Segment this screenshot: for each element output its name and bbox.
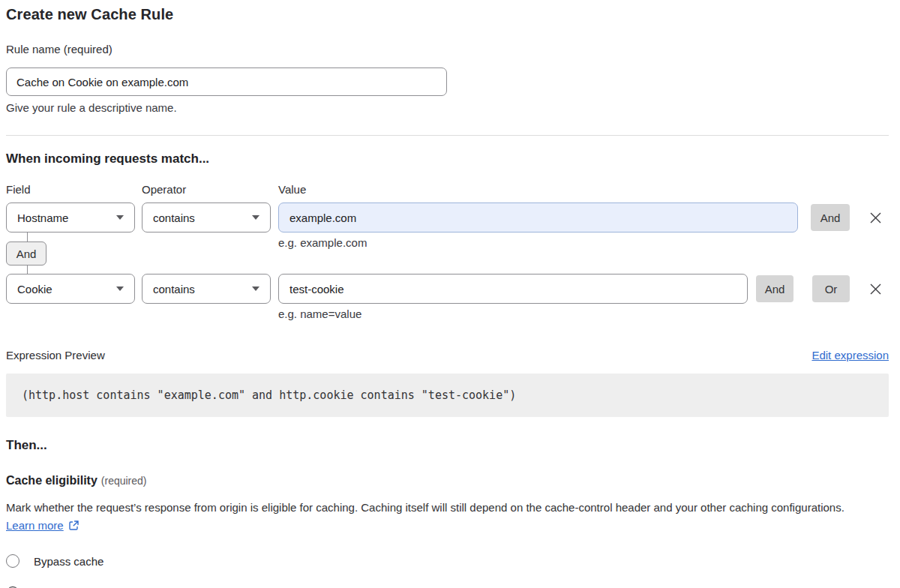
- operator-select-row2[interactable]: contains: [142, 274, 271, 304]
- rule-name-input[interactable]: [6, 68, 447, 96]
- chevron-down-icon: [116, 215, 124, 220]
- page-title: Create new Cache Rule: [6, 6, 889, 23]
- close-icon: [869, 283, 882, 296]
- learn-more-link[interactable]: Learn more: [6, 519, 64, 532]
- chevron-down-icon: [252, 286, 260, 291]
- then-heading: Then...: [6, 438, 889, 453]
- operator-select-row1-value: contains: [153, 212, 195, 224]
- add-and-condition-button-row1[interactable]: And: [811, 204, 850, 231]
- value-hint-row2: e.g. name=value: [278, 308, 362, 320]
- field-select-row1-value: Hostname: [17, 212, 68, 224]
- rule-name-label: Rule name (required): [6, 43, 889, 56]
- value-hint-row1: e.g. example.com: [278, 236, 367, 249]
- external-link-icon: [68, 518, 80, 536]
- value-input-row1[interactable]: [278, 202, 798, 232]
- condition-builder: Field Operator Value Hostname contains A…: [6, 182, 889, 321]
- section-divider: [6, 135, 889, 136]
- cache-eligibility-title: Cache eligibility: [6, 474, 98, 487]
- expression-header: Expression Preview Edit expression: [6, 349, 889, 362]
- remove-condition-button-row1[interactable]: [866, 208, 884, 226]
- field-select-row2-value: Cookie: [17, 283, 52, 296]
- close-icon: [869, 212, 882, 224]
- expression-preview-label: Expression Preview: [6, 349, 105, 362]
- required-note: (required): [101, 475, 147, 487]
- chevron-down-icon: [252, 215, 260, 220]
- create-cache-rule-page: Create new Cache Rule Rule name (require…: [0, 0, 900, 588]
- cache-eligibility-description: Mark whether the request’s response from…: [6, 499, 870, 536]
- match-heading: When incoming requests match...: [6, 152, 889, 166]
- operator-column-label: Operator: [142, 183, 186, 196]
- description-text: Mark whether the request’s response from…: [6, 501, 844, 514]
- operator-select-row2-value: contains: [153, 283, 195, 296]
- radio-unselected-icon: [6, 554, 20, 568]
- condition-connector-and-button[interactable]: And: [6, 242, 46, 266]
- expression-preview-code: (http.host contains "example.com" and ht…: [6, 374, 889, 417]
- add-and-condition-button-row2[interactable]: And: [756, 275, 794, 302]
- field-select-row1[interactable]: Hostname: [6, 202, 135, 232]
- field-select-row2[interactable]: Cookie: [6, 274, 135, 304]
- chevron-down-icon: [116, 286, 124, 291]
- edit-expression-link[interactable]: Edit expression: [812, 349, 889, 362]
- remove-condition-button-row2[interactable]: [866, 280, 884, 298]
- add-or-condition-button-row2[interactable]: Or: [812, 275, 850, 302]
- operator-select-row1[interactable]: contains: [142, 202, 271, 232]
- radio-label: Bypass cache: [34, 555, 104, 568]
- rule-name-helper: Give your rule a descriptive name.: [6, 101, 889, 114]
- radio-option-bypass-cache[interactable]: Bypass cache: [6, 554, 889, 568]
- value-input-row2[interactable]: [278, 274, 748, 304]
- field-column-label: Field: [6, 183, 31, 196]
- cache-eligibility-heading: Cache eligibility(required): [6, 474, 889, 488]
- value-column-label: Value: [278, 183, 306, 196]
